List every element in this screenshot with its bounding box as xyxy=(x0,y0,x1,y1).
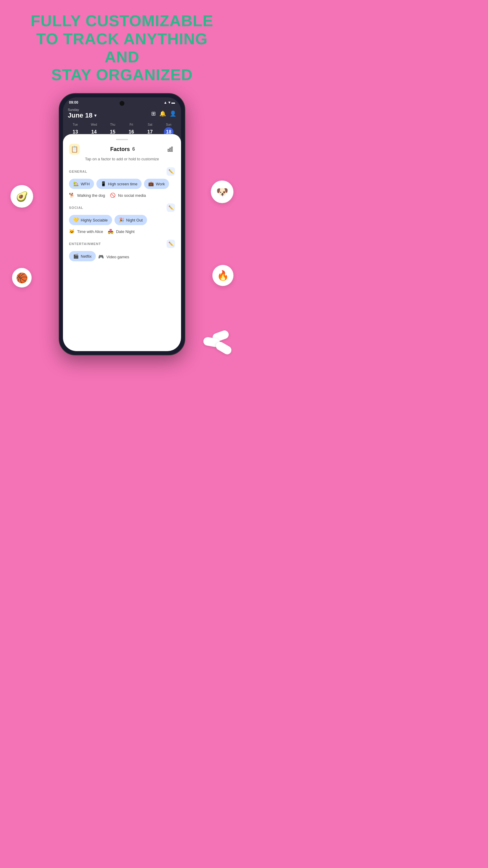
status-time: 09:00 xyxy=(69,100,78,104)
social-chips: 💛 Highly Sociable 🎉 Night Out xyxy=(69,215,175,225)
sheet-subtitle: Tap on a factor to add or hold to custom… xyxy=(69,156,175,162)
status-icons: ▲ ▾ ▬ xyxy=(164,100,175,104)
factor-time-with-alice[interactable]: 🐱 Time with Alice xyxy=(69,229,103,234)
entertainment-edit-button[interactable]: ✏️ xyxy=(167,240,175,248)
calendar-header: Sunday June 18 ▾ ⊞ 🔔 👤 xyxy=(63,106,181,122)
basketball-float: 🏀 xyxy=(12,268,32,287)
general-section-header: GENERAL ✏️ xyxy=(69,167,175,176)
avocado-float: 🥑 xyxy=(10,185,33,208)
factor-video-games[interactable]: 🎮 Video games xyxy=(98,252,129,261)
sheet-count: 6 xyxy=(132,147,135,152)
entertainment-title: ENTERTAINMENT xyxy=(69,242,101,246)
social-plain-items: 🐱 Time with Alice 💑 Date Night xyxy=(69,227,175,234)
sheet-handle xyxy=(116,139,128,140)
general-section: GENERAL ✏️ 🏡 WFH 📱 High screen time xyxy=(69,167,175,198)
sheet-emoji-button[interactable]: 📋 xyxy=(69,144,80,155)
sheet-header: 📋 Factors 6 xyxy=(69,144,175,155)
social-section-header: SOCIAL ✏️ xyxy=(69,204,175,212)
bell-icon[interactable]: 🔔 xyxy=(159,110,166,117)
factor-netflix[interactable]: 🎬 Netflix xyxy=(69,251,96,261)
general-edit-button[interactable]: ✏️ xyxy=(167,167,175,176)
phone-wrapper: 🥑 🐶 🏀 🔥 09:00 ▲ ▾ ▬ Sunday xyxy=(0,93,244,355)
entertainment-section: ENTERTAINMENT ✏️ 🎬 Netflix 🎮 Video games xyxy=(69,240,175,261)
svg-rect-2 xyxy=(171,147,172,152)
entertainment-chips: 🎬 Netflix 🎮 Video games xyxy=(69,251,175,261)
entertainment-section-header: ENTERTAINMENT ✏️ xyxy=(69,240,175,248)
phone: 09:00 ▲ ▾ ▬ Sunday June 18 ▾ ⊞ xyxy=(59,93,185,355)
sheet-title: Factors xyxy=(110,146,130,153)
wifi-icon: ▾ xyxy=(168,100,170,104)
factor-night-out[interactable]: 🎉 Night Out xyxy=(115,215,147,225)
chevron-down-icon: ▾ xyxy=(94,113,96,118)
social-edit-button[interactable]: ✏️ xyxy=(167,204,175,212)
factor-walking-dog[interactable]: 🐕 Walking the dog xyxy=(69,193,105,198)
battery-icon: ▬ xyxy=(171,100,175,104)
phone-screen: 09:00 ▲ ▾ ▬ Sunday June 18 ▾ ⊞ xyxy=(63,97,181,351)
bottom-sheet: 📋 Factors 6 Tap on a factor to add or ho… xyxy=(63,134,181,351)
grid-icon[interactable]: ⊞ xyxy=(151,110,156,117)
factor-no-social-media[interactable]: 🚫 No social media xyxy=(110,193,146,198)
calendar-day-label: Sunday xyxy=(68,108,96,112)
social-section: SOCIAL ✏️ 💛 Highly Sociable 🎉 Night Out xyxy=(69,204,175,234)
phone-notch xyxy=(120,101,124,106)
fire-float: 🔥 xyxy=(213,265,233,286)
factor-work[interactable]: 💼 Work xyxy=(144,179,169,189)
factor-wfh[interactable]: 🏡 WFH xyxy=(69,179,94,189)
pills-decoration xyxy=(196,328,232,352)
svg-rect-1 xyxy=(170,148,170,152)
header-section: FULLY CUSTOMIZABLE TO TRACK ANYTHING AND… xyxy=(0,0,244,90)
social-title: SOCIAL xyxy=(69,206,84,210)
sheet-title-area: Factors 6 xyxy=(110,146,135,153)
dog-float: 🐶 xyxy=(211,181,233,203)
factor-date-night[interactable]: 💑 Date Night xyxy=(108,229,134,234)
profile-icon[interactable]: 👤 xyxy=(170,110,176,117)
calendar-toolbar: ⊞ 🔔 👤 xyxy=(151,110,176,117)
signal-icon: ▲ xyxy=(164,100,167,104)
general-chips: 🏡 WFH 📱 High screen time 💼 Work xyxy=(69,179,175,189)
general-plain-items: 🐕 Walking the dog 🚫 No social media xyxy=(69,191,175,198)
calendar-date-main[interactable]: June 18 ▾ xyxy=(68,112,96,119)
factor-high-screen-time[interactable]: 📱 High screen time xyxy=(96,179,142,189)
factor-highly-sociable[interactable]: 💛 Highly Sociable xyxy=(69,215,112,225)
svg-rect-0 xyxy=(168,149,169,152)
chart-button[interactable] xyxy=(165,144,175,154)
general-title: GENERAL xyxy=(69,170,87,173)
header-title: FULLY CUSTOMIZABLE TO TRACK ANYTHING AND… xyxy=(18,12,226,84)
